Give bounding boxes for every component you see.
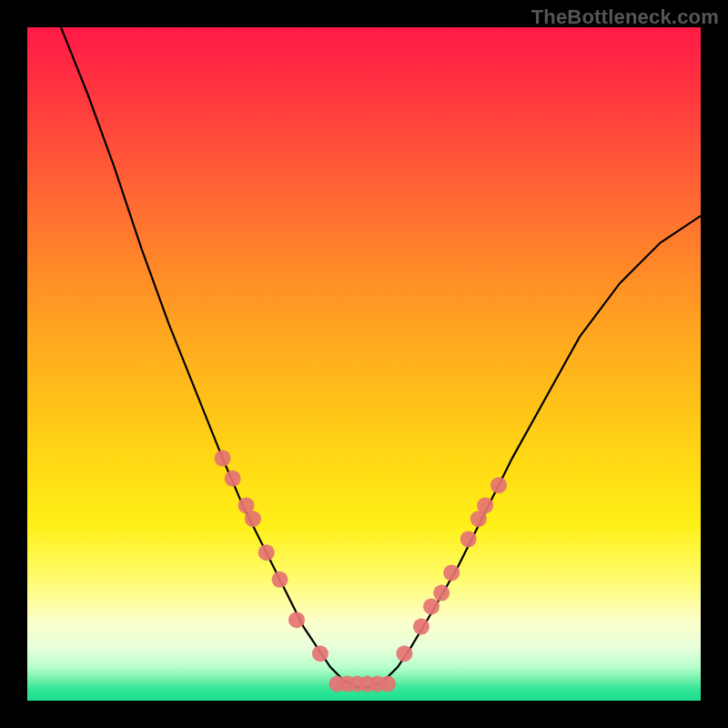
marker-dot xyxy=(245,511,261,527)
marker-dot xyxy=(288,612,305,628)
marker-dot xyxy=(396,645,412,662)
marker-dot xyxy=(443,564,460,581)
bottleneck-curve-path xyxy=(61,27,701,687)
plot-area xyxy=(27,27,701,701)
marker-dot xyxy=(413,619,430,635)
marker-layer xyxy=(215,450,507,693)
marker-dot xyxy=(215,450,231,467)
marker-dot xyxy=(423,598,440,614)
marker-dot xyxy=(490,477,507,493)
marker-dot xyxy=(460,531,477,547)
marker-dot xyxy=(312,645,329,662)
marker-dot xyxy=(433,585,450,602)
marker-dot xyxy=(225,470,241,487)
marker-dot xyxy=(258,544,275,561)
marker-dot xyxy=(477,497,493,513)
watermark-text: TheBottleneck.com xyxy=(531,5,719,29)
chart-frame: TheBottleneck.com xyxy=(0,0,728,728)
marker-dot xyxy=(272,571,288,588)
marker-dot xyxy=(379,676,396,693)
chart-svg xyxy=(27,27,701,701)
